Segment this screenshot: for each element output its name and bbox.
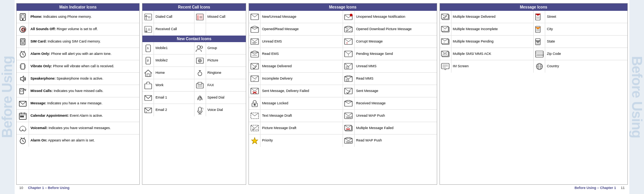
unopened-notif-label: Unopened Message Notification <box>355 11 437 23</box>
ringtone-icon <box>194 67 206 79</box>
city-label: City <box>545 23 627 35</box>
multi-incomplete-icon <box>440 23 451 35</box>
speaker-icon <box>17 73 29 85</box>
svg-rect-108 <box>346 66 349 68</box>
pic-draft-icon <box>249 122 260 134</box>
sent-message-icon <box>343 85 355 97</box>
group-label: Group <box>206 42 246 54</box>
table-row: 🔇 All Sounds Off: Ringer volume is set t… <box>17 23 139 36</box>
pending-send-label: Pending Message Send <box>355 48 437 60</box>
priority-label: Priority <box>260 134 343 147</box>
city-icon <box>534 23 545 35</box>
message-icons-table-2: Message Icons <box>439 3 628 185</box>
missed-calls-icon: ↗ <box>17 85 29 97</box>
table-row: Phone: Indicates using Phone memory. <box>17 11 139 23</box>
unread-ems-label: Unread EMS <box>260 36 343 48</box>
incomplete-delivery-icon <box>249 73 260 85</box>
unread-ems-icon <box>249 36 260 48</box>
mobile2-icon: 2 <box>142 54 154 66</box>
svg-text:🔇: 🔇 <box>21 27 26 32</box>
svg-rect-41 <box>145 14 152 20</box>
sent-message-label: Sent Message <box>355 85 437 97</box>
table-row: ↗ Missed Calls: Indicates you have misse… <box>17 85 139 97</box>
unread-wap-label: Unread WAP Push <box>355 110 437 122</box>
speed-dial-label: Speed Dial <box>206 92 246 104</box>
incomplete-delivery-label: Incomplete Delivery <box>260 73 343 85</box>
voice-dial-icon <box>194 104 206 116</box>
priority-icon <box>249 134 260 147</box>
multi-failed-label: Multiple Message Failed <box>355 122 437 134</box>
opened-download-row: Opened Download Picture Message <box>343 23 437 36</box>
read-mms-row: Read MMS <box>343 73 437 85</box>
alarm-only-icon: ♪ <box>17 48 29 60</box>
message-icons-table-1: Message Icons New/Unread Me <box>248 3 437 185</box>
read-mms-label: Read MMS <box>355 73 437 85</box>
dialed-call-icon <box>142 11 154 23</box>
svg-text:#####: ##### <box>536 54 544 56</box>
empty-label <box>206 23 246 36</box>
footer-page-num-left: 10 <box>19 186 23 190</box>
unopened-notif-row: Unopened Message Notification <box>343 11 437 23</box>
side-text-left: Before Using <box>0 0 15 194</box>
multi-delivered-label: Multiple Message Delivered <box>451 11 534 23</box>
work-icon <box>142 79 154 91</box>
received-message-row: Received Message <box>343 97 437 110</box>
state-icon <box>534 36 545 48</box>
recent-calls-header: Recent Call Icons <box>142 3 246 11</box>
pic-draft-label: Picture Message Draft <box>260 122 343 134</box>
alarm-on-icon <box>17 134 29 147</box>
empty-icon <box>194 23 206 36</box>
mobile2-label: Mobile2 <box>154 54 194 66</box>
received-call-row: Received Call <box>142 23 194 36</box>
missed-calls-label: Missed Calls: Indicates you have missed … <box>29 85 139 97</box>
svg-text:!: ! <box>347 41 348 45</box>
home-label: Home <box>154 67 194 79</box>
im-screen-icon <box>440 60 451 73</box>
call-contact-table: Recent Call Icons <box>142 3 246 185</box>
text-draft-icon <box>249 110 260 122</box>
svg-rect-32 <box>22 116 24 117</box>
svg-line-12 <box>24 51 25 52</box>
home-row: Home <box>142 67 194 79</box>
fax-icon <box>194 79 206 91</box>
unopened-notif-icon <box>343 11 355 23</box>
svg-point-100 <box>350 14 352 16</box>
new-unread-msg-icon <box>249 11 260 23</box>
missed-call-label: Missed Call <box>206 11 246 23</box>
read-wap-icon: WAP <box>343 134 355 147</box>
multi-pending-row: Multiple Message Pending <box>440 36 534 48</box>
missed-call-row: Missed Call <box>194 11 246 23</box>
unread-mms-icon <box>343 60 355 72</box>
dialed-call-label: Dialed Call <box>154 11 194 23</box>
message-icons-header-1: Message Icons <box>249 3 437 11</box>
received-call-label: Received Call <box>154 23 194 36</box>
unread-wap-icon: WAP <box>343 110 355 122</box>
corrupt-msg-label: Corrupt Message <box>355 36 437 48</box>
street-icon <box>534 11 545 23</box>
svg-point-67 <box>199 60 201 61</box>
read-wap-row: WAP Read WAP Push <box>343 134 437 147</box>
voicemail-label: Voicemail: Indicates you have voicemail … <box>29 122 139 134</box>
msg-icons-row: New/Unread Message Opened/ <box>249 11 437 147</box>
sent-failed-icon <box>249 85 260 97</box>
recent-calls-left: Dialed Call <box>142 11 194 36</box>
phone-icon <box>17 11 29 23</box>
svg-text:WAP: WAP <box>346 141 352 143</box>
email2-label: Email 2 <box>154 104 194 116</box>
alarm-on-label: Alarm On: Appears when an alarm is set. <box>29 134 139 147</box>
unread-mms-label: Unread MMS <box>355 60 437 72</box>
svg-line-15 <box>20 65 20 66</box>
svg-marker-21 <box>20 76 24 82</box>
svg-rect-110 <box>346 79 349 81</box>
email1-label: Email 1 <box>154 92 194 104</box>
svg-text:ACK: ACK <box>443 53 447 55</box>
side-text-right: Before Using <box>629 0 644 194</box>
speed-dial-icon <box>194 92 206 104</box>
mobile1-row: 1 Mobile1 <box>142 42 194 54</box>
new-unread-row: New/Unread Message <box>249 11 343 23</box>
multi-incomplete-label: Multiple Message Incomplete <box>451 23 534 35</box>
unread-ems-row: Unread EMS <box>249 36 343 48</box>
main-content: Main Indicator Icons Phone: Indicates us… <box>15 0 629 194</box>
calendar-label: Calendar Appointment: Event Alarm is act… <box>29 110 139 122</box>
unread-wap-row: WAP Unread WAP Push <box>343 110 437 122</box>
